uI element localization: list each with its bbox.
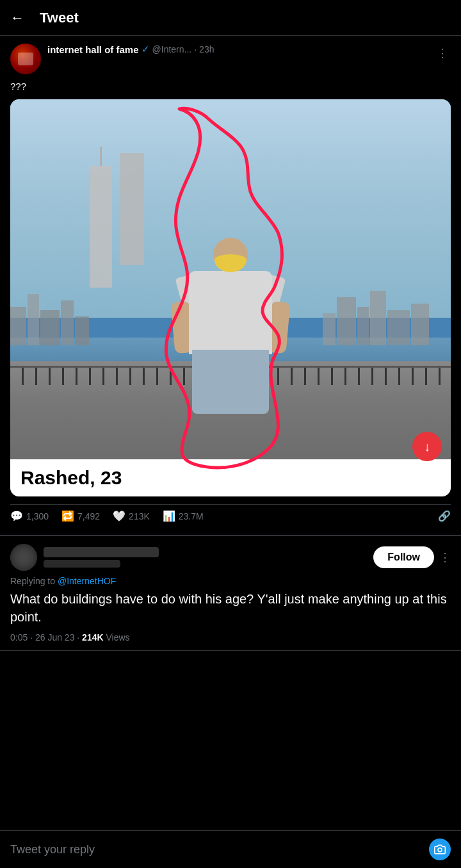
retweet-icon: 🔁 [61,510,74,522]
follow-button[interactable]: Follow [373,546,434,568]
reply-count[interactable]: 💬 1,300 [10,510,49,522]
back-button[interactable]: ← [10,10,24,26]
compose-bar: Tweet your reply [0,830,461,868]
tweet-author-row: internet hall of fame ✓ @Intern... · 23h… [10,44,451,74]
tweet-more-button[interactable]: ⋮ [434,44,451,63]
reply-author-row: Follow ⋮ [10,544,451,571]
scroll-down-button[interactable]: ↓ [412,432,442,461]
tweet-image: Rashed, 23 ↓ [10,99,451,496]
tweet-meta: internet hall of fame ✓ @Intern... · 23h [47,44,434,55]
camera-button[interactable] [429,839,451,860]
reply-name-blurred [44,547,159,557]
share-icon: 🔗 [438,510,451,522]
tweet-time: 23h [199,44,214,54]
like-icon: 🤍 [113,510,125,522]
author-display-name[interactable]: internet hall of fame [47,44,139,55]
compose-placeholder[interactable]: Tweet your reply [10,843,429,856]
share-button[interactable]: 🔗 [438,510,451,522]
tweet-header-bar: ← Tweet [0,0,461,36]
author-handle[interactable]: @Intern... [152,44,192,54]
retweet-count[interactable]: 🔁 7,492 [61,510,100,522]
svg-point-0 [438,848,442,852]
reply-handle-blurred [44,560,120,568]
like-count[interactable]: 🤍 213K [113,510,150,522]
reply-count-value: 1,300 [26,511,49,521]
views-count-value: 23.7M [179,511,204,521]
reply-author-avatar [10,544,37,571]
tweet-stats-row: 💬 1,300 🔁 7,492 🤍 213K 📊 23.7M 🔗 [10,504,451,527]
replying-to-label: Replying to @InternetHOF [10,576,451,586]
reply-more-button[interactable]: ⋮ [439,550,451,564]
reply-text: What do buildings have to do with his ag… [10,590,451,626]
original-tweet: internet hall of fame ✓ @Intern... · 23h… [0,36,461,536]
page-title: Tweet [40,10,79,26]
profile-name-age: Rashed, 23 [20,467,122,488]
author-avatar[interactable] [10,44,41,74]
view-count[interactable]: 📊 23.7M [163,510,204,522]
views-count: 214K [82,632,103,643]
separator: · [194,44,197,54]
retweet-count-value: 7,492 [77,511,100,521]
person-in-image [179,238,282,417]
verified-icon: ✓ [142,44,150,55]
reply-timestamp: 0:05 · 26 Jun 23 · 214K Views [10,632,451,643]
twin-towers [90,147,144,288]
tinder-profile-label: Rashed, 23 [10,459,451,496]
views-icon: 📊 [163,510,175,522]
reply-icon: 💬 [10,510,23,522]
tweet-text: ??? [10,79,451,93]
reply-tweet: Follow ⋮ Replying to @InternetHOF What d… [0,536,461,651]
camera-icon [434,844,446,855]
scroll-down-icon: ↓ [424,439,430,454]
like-count-value: 213K [129,511,150,521]
reply-name-block [44,547,373,568]
replying-to-handle[interactable]: @InternetHOF [58,576,116,586]
